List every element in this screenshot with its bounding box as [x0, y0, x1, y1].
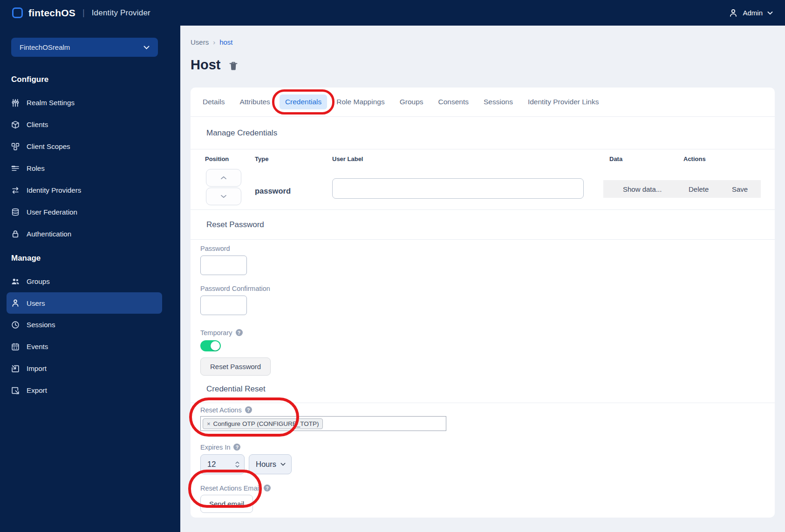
section-title-reset-password: Reset Password: [191, 210, 775, 240]
realm-selector-label: FintechOSrealm: [20, 43, 143, 51]
reset-actions-label-row: Reset Actions ?: [200, 406, 446, 413]
position-controls: [206, 169, 241, 205]
credentials-table: Position Type User Label Data Actions pa…: [191, 149, 775, 210]
sidebar-item-roles[interactable]: Roles: [0, 157, 180, 179]
roles-list-icon: [11, 164, 20, 173]
sidebar: FintechOSrealm Configure Realm Settings …: [0, 26, 180, 532]
user-icon: [11, 299, 20, 307]
password-confirmation-label: Password Confirmation: [200, 285, 775, 292]
tab-groups[interactable]: Groups: [394, 94, 429, 109]
brand-separator: |: [82, 8, 85, 18]
chevron-down-icon: [220, 195, 227, 198]
sidebar-item-export[interactable]: Export: [0, 379, 180, 401]
reset-action-chip: × Configure OTP (CONFIGURE_TOTP): [203, 418, 323, 429]
fintechos-logo-icon: [12, 7, 23, 18]
expires-in-label: Expires In: [200, 444, 230, 451]
sidebar-item-label: Authentication: [27, 230, 71, 238]
password-field[interactable]: [200, 256, 247, 275]
tab-consents[interactable]: Consents: [433, 94, 474, 109]
calendar-icon: [11, 343, 20, 351]
user-menu-label: Admin: [743, 9, 763, 17]
temporary-toggle[interactable]: [200, 340, 221, 351]
sidebar-item-label: Identity Providers: [27, 186, 81, 194]
user-label-input[interactable]: [332, 178, 584, 199]
expires-in-label-row: Expires In ?: [200, 444, 775, 451]
sidebar-item-sessions[interactable]: Sessions: [0, 314, 180, 336]
sidebar-item-label: Clients: [27, 121, 48, 128]
move-up-button[interactable]: [206, 169, 241, 187]
tab-credentials[interactable]: Credentials: [280, 94, 327, 109]
sidebar-item-identity-providers[interactable]: Identity Providers: [0, 179, 180, 201]
tab-identity-provider-links[interactable]: Identity Provider Links: [522, 94, 605, 109]
temporary-label: Temporary: [200, 329, 232, 337]
expires-unit-value: Hours: [256, 460, 280, 469]
chevron-down-icon: [280, 463, 286, 466]
sidebar-item-label: Groups: [27, 277, 50, 285]
sidebar-item-authentication[interactable]: Authentication: [0, 223, 180, 245]
column-header-data: Data: [609, 155, 622, 162]
password-confirmation-field[interactable]: [200, 296, 247, 315]
remove-chip-icon[interactable]: ×: [207, 420, 211, 427]
reset-actions-label: Reset Actions: [200, 406, 242, 414]
main-content: Users › host Host Details Attributes Cre…: [180, 26, 785, 532]
sidebar-item-import[interactable]: Import: [0, 357, 180, 379]
tab-role-mappings[interactable]: Role Mappings: [331, 94, 390, 109]
sidebar-item-groups[interactable]: Groups: [0, 270, 180, 292]
save-credential-link[interactable]: Save: [732, 185, 748, 193]
sidebar-item-label: Roles: [27, 164, 45, 172]
send-email-button[interactable]: Send email: [200, 495, 253, 513]
expires-in-number-input[interactable]: 12: [200, 454, 245, 474]
breadcrumb: Users › host: [191, 38, 233, 46]
cube-icon: [11, 121, 20, 129]
show-data-link[interactable]: Show data...: [623, 185, 662, 193]
reset-password-button[interactable]: Reset Password: [200, 357, 271, 376]
tab-details[interactable]: Details: [197, 94, 230, 109]
help-icon: ?: [245, 406, 252, 413]
sidebar-item-client-scopes[interactable]: Client Scopes: [0, 135, 180, 157]
column-header-position: Position: [205, 155, 229, 162]
sidebar-item-label: Events: [27, 343, 48, 350]
people-icon: [11, 277, 20, 286]
number-stepper-icon[interactable]: [235, 461, 239, 468]
tab-attributes[interactable]: Attributes: [234, 94, 275, 109]
tab-sessions[interactable]: Sessions: [478, 94, 519, 109]
move-down-button[interactable]: [206, 188, 241, 205]
breadcrumb-host-link[interactable]: host: [219, 38, 232, 46]
brand-name: fintechOS: [28, 7, 75, 19]
section-title-credential-reset: Credential Reset: [191, 376, 775, 403]
tab-credentials-wrapper: Credentials: [280, 94, 327, 109]
sidebar-item-label: Client Scopes: [27, 142, 70, 150]
clock-icon: [11, 321, 20, 329]
password-label: Password: [200, 245, 775, 252]
sidebar-item-clients[interactable]: Clients: [0, 114, 180, 135]
breadcrumb-separator: ›: [213, 38, 215, 46]
reset-actions-group: Reset Actions ? × Configure OTP (CONFIGU…: [200, 403, 446, 431]
user-menu[interactable]: Admin: [729, 8, 773, 18]
sidebar-item-events[interactable]: Events: [0, 336, 180, 357]
column-header-type: Type: [255, 155, 268, 162]
realm-selector[interactable]: FintechOSrealm: [11, 38, 158, 57]
reset-password-form: Password Password Confirmation Temporary…: [191, 245, 775, 376]
delete-credential-link[interactable]: Delete: [689, 185, 709, 193]
reset-actions-input[interactable]: × Configure OTP (CONFIGURE_TOTP): [200, 416, 446, 431]
reset-actions-email-label: Reset Actions Email: [200, 485, 260, 492]
sidebar-item-user-federation[interactable]: User Federation: [0, 201, 180, 223]
section-title-manage-credentials: Manage Credentials: [191, 117, 775, 149]
breadcrumb-users-link[interactable]: Users: [191, 38, 209, 46]
export-icon: [11, 386, 20, 395]
column-header-user-label: User Label: [332, 155, 363, 162]
expires-unit-select[interactable]: Hours: [249, 454, 292, 474]
user-icon: [729, 8, 738, 18]
sidebar-item-realm-settings[interactable]: Realm Settings: [0, 92, 180, 114]
sidebar-heading-configure: Configure: [0, 74, 180, 85]
product-name: Identity Provider: [92, 8, 150, 18]
trash-icon[interactable]: [229, 61, 238, 71]
client-scopes-icon: [11, 142, 20, 151]
user-detail-card: Details Attributes Credentials Role Mapp…: [191, 88, 775, 518]
help-icon: ?: [264, 485, 271, 492]
credential-type-cell: password: [255, 187, 291, 195]
sidebar-item-label: Realm Settings: [27, 99, 75, 107]
lock-icon: [11, 230, 20, 238]
page-title: Host: [191, 57, 220, 73]
sidebar-item-users[interactable]: Users: [7, 292, 162, 314]
